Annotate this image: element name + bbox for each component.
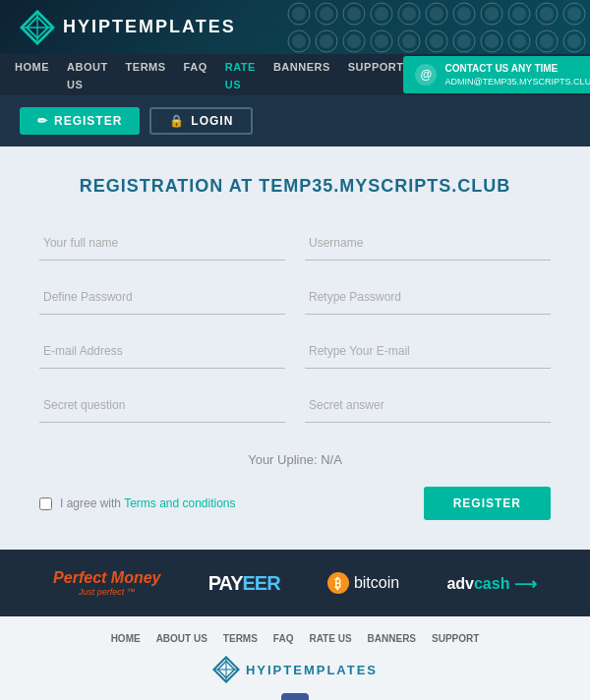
nav-terms[interactable]: TERMS <box>126 61 166 73</box>
lock-icon: 🔒 <box>169 114 185 128</box>
terms-row: I agree with Terms and conditions REGIST… <box>39 487 551 520</box>
svg-rect-6 <box>285 0 590 54</box>
secret-question-input[interactable] <box>39 388 285 423</box>
retype-email-input[interactable] <box>305 334 551 369</box>
bitcoin-logo: ₿ bitcoin <box>327 572 399 594</box>
terms-checkbox[interactable] <box>39 497 52 510</box>
footer-logo[interactable]: HYIPTEMPLATES <box>12 656 578 683</box>
footer-nav: HOME ABOUT US TERMS FAQ RATE US BANNERS … <box>12 628 578 646</box>
retype-password-input[interactable] <box>305 280 551 315</box>
payment-bar: Perfect Money Just perfect ™ PAYEER ₿ bi… <box>0 550 590 616</box>
footer-diamond-icon <box>212 656 240 683</box>
full-name-input[interactable] <box>39 226 285 261</box>
footer-about[interactable]: ABOUT US <box>156 633 207 644</box>
terms-text: I agree with Terms and conditions <box>60 496 236 510</box>
header-bg-pattern <box>285 0 590 54</box>
terms-link[interactable]: Terms and conditions <box>124 496 235 510</box>
register-button[interactable]: ✏ REGISTER <box>20 107 140 135</box>
nav-banners[interactable]: BANNERS <box>273 61 330 73</box>
login-button[interactable]: 🔒 LOGIN <box>149 107 253 135</box>
bitcoin-icon: ₿ <box>327 572 349 594</box>
logo-text: HYIPTEMPLATES <box>63 17 236 37</box>
page-title: REGISTRATION AT TEMP35.MYSCRIPTS.CLUB <box>39 176 551 197</box>
upline-info: Your Upline: N/A <box>39 452 551 467</box>
social-icons: f <box>12 693 578 700</box>
register-submit-button[interactable]: REGISTER <box>424 487 551 520</box>
footer-logo-text: HYIPTEMPLATES <box>246 663 378 677</box>
contact-box: @ CONTACT US ANY TIME ADMIN@TEMP35.MYSCR… <box>403 56 590 94</box>
advcash-logo: advcash ⟶ <box>446 574 537 593</box>
nav-faq[interactable]: FAQ <box>184 61 207 73</box>
registration-form: Your Upline: N/A I agree with Terms and … <box>39 226 551 520</box>
main-content: REGISTRATION AT TEMP35.MYSCRIPTS.CLUB Yo… <box>0 146 590 550</box>
email-input[interactable] <box>39 334 285 369</box>
logo[interactable]: HYIPTEMPLATES <box>20 10 236 45</box>
secret-answer-input[interactable] <box>305 388 551 423</box>
nav-rate-us[interactable]: RATE US <box>225 61 256 90</box>
nav-links: HOME ABOUT US TERMS FAQ RATE US BANNERS … <box>15 57 403 92</box>
main-nav: HOME ABOUT US TERMS FAQ RATE US BANNERS … <box>0 54 590 95</box>
footer-rate-us[interactable]: RATE US <box>309 633 351 644</box>
nav-support[interactable]: SUPPORT <box>348 61 404 73</box>
footer-support[interactable]: SUPPORT <box>432 633 479 644</box>
footer: HOME ABOUT US TERMS FAQ RATE US BANNERS … <box>0 616 590 700</box>
contact-info: CONTACT US ANY TIME ADMIN@TEMP35.MYSCRIP… <box>444 62 590 88</box>
perfect-money-logo: Perfect Money Just perfect ™ <box>53 569 160 597</box>
nav-home[interactable]: HOME <box>15 61 49 73</box>
username-input[interactable] <box>305 226 551 261</box>
footer-terms[interactable]: TERMS <box>223 633 258 644</box>
payeer-logo: PAYEER <box>208 572 280 595</box>
at-icon: @ <box>415 64 437 86</box>
password-input[interactable] <box>39 280 285 315</box>
footer-faq[interactable]: FAQ <box>273 633 294 644</box>
facebook-icon[interactable]: f <box>281 693 309 700</box>
nav-about[interactable]: ABOUT US <box>67 61 108 90</box>
pencil-icon: ✏ <box>37 114 48 128</box>
action-bar: ✏ REGISTER 🔒 LOGIN <box>0 95 590 146</box>
diamond-icon <box>20 10 55 45</box>
footer-banners[interactable]: BANNERS <box>368 633 416 644</box>
footer-home[interactable]: HOME <box>111 633 141 644</box>
